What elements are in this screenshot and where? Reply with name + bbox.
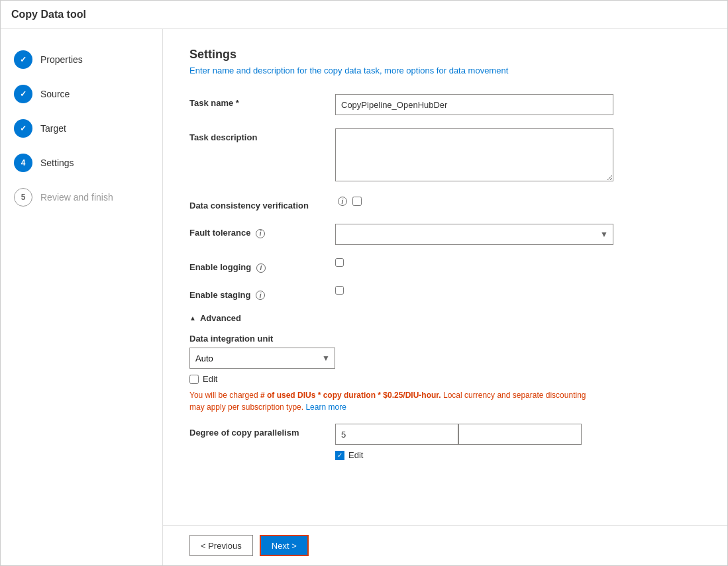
charge-notice-text: You will be charged — [189, 391, 260, 400]
data-consistency-control: i — [335, 197, 613, 206]
footer: < Previous Next > — [163, 525, 727, 565]
data-consistency-checkbox-row: i — [335, 197, 613, 206]
advanced-label: Advanced — [200, 313, 241, 323]
parallelism-inputs — [335, 424, 582, 445]
title-bar: Copy Data tool — [1, 1, 727, 29]
main-content: ✓ Properties ✓ Source ✓ Target — [1, 29, 727, 565]
diu-select-wrapper: Auto 2 4 8 16 32 ▼ — [189, 348, 335, 369]
task-description-input[interactable] — [335, 128, 613, 181]
fault-tolerance-select[interactable] — [335, 224, 613, 245]
parallelism-row: Degree of copy parallelism — [189, 424, 701, 445]
enable-logging-label: Enable logging i — [189, 258, 335, 273]
step-circle-settings: 4 — [14, 154, 32, 172]
checkmark-properties: ✓ — [20, 55, 26, 64]
fault-tolerance-label: Fault tolerance i — [189, 224, 335, 238]
sidebar-label-properties: Properties — [40, 54, 83, 65]
data-consistency-checkbox[interactable] — [352, 197, 362, 206]
sidebar-label-source: Source — [40, 89, 70, 99]
sidebar-item-source[interactable]: ✓ Source — [1, 77, 162, 111]
step-number-review: 5 — [21, 193, 26, 202]
advanced-section: ▲ Advanced Data integration unit Auto — [189, 313, 701, 460]
parallelism-input-value[interactable] — [335, 424, 458, 445]
task-name-input[interactable] — [335, 94, 613, 115]
app-title: Copy Data tool — [11, 9, 86, 20]
parallelism-edit-checkbox[interactable]: ✓ — [335, 451, 344, 460]
step-circle-source: ✓ — [14, 85, 32, 103]
sidebar-item-review[interactable]: 5 Review and finish — [1, 180, 162, 214]
enable-logging-control — [335, 258, 613, 269]
enable-staging-info-icon[interactable]: i — [256, 291, 265, 300]
sidebar-item-settings[interactable]: 4 Settings — [1, 146, 162, 180]
section-title: Settings — [189, 48, 701, 62]
data-consistency-label: Data consistency verification — [189, 197, 335, 211]
task-name-control — [335, 94, 613, 115]
enable-logging-info-icon[interactable]: i — [256, 263, 266, 273]
diu-edit-label: Edit — [203, 374, 217, 384]
parallelism-edit-label: Edit — [348, 450, 363, 460]
advanced-triangle-icon: ▲ — [189, 314, 196, 322]
charge-notice-bold: # of used DIUs * copy duration * $0.25/D… — [260, 391, 441, 400]
enable-staging-label: Enable staging i — [189, 286, 335, 301]
sidebar-item-properties[interactable]: ✓ Properties — [1, 42, 162, 77]
diu-edit-checkbox-row: Edit — [189, 374, 701, 384]
enable-logging-checkbox[interactable] — [335, 258, 344, 267]
fault-tolerance-control: ▼ — [335, 224, 613, 245]
checkmark-source: ✓ — [20, 89, 26, 99]
diu-edit-checkbox[interactable] — [189, 375, 199, 384]
diu-row: Data integration unit Auto 2 4 8 16 32 — [189, 334, 701, 369]
step-number-settings: 4 — [21, 158, 26, 167]
data-consistency-row: Data consistency verification i — [189, 197, 701, 211]
learn-more-link[interactable]: Learn more — [305, 402, 346, 412]
fault-tolerance-row: Fault tolerance i ▼ — [189, 224, 701, 245]
next-button[interactable]: Next > — [260, 535, 309, 556]
content-area: Settings Enter name and description for … — [163, 29, 727, 565]
next-button-label: Next > — [272, 541, 297, 551]
previous-button-label: < Previous — [201, 541, 242, 551]
diu-label: Data integration unit — [189, 334, 701, 344]
diu-select[interactable]: Auto 2 4 8 16 32 — [189, 348, 335, 369]
advanced-content: Data integration unit Auto 2 4 8 16 32 — [189, 334, 701, 460]
task-description-label: Task description — [189, 128, 335, 142]
enable-staging-control — [335, 286, 613, 297]
sidebar: ✓ Properties ✓ Source ✓ Target — [1, 29, 163, 565]
section-subtitle: Enter name and description for the copy … — [189, 66, 701, 75]
task-description-control — [335, 128, 613, 183]
previous-button[interactable]: < Previous — [189, 535, 253, 556]
enable-staging-row: Enable staging i — [189, 286, 701, 301]
enable-staging-checkbox[interactable] — [335, 286, 344, 295]
step-circle-target: ✓ — [14, 119, 32, 138]
task-description-row: Task description — [189, 128, 701, 183]
task-name-row: Task name * — [189, 94, 701, 115]
sidebar-item-target[interactable]: ✓ Target — [1, 111, 162, 146]
app-container: Copy Data tool ✓ Properties ✓ Source — [0, 0, 728, 566]
advanced-toggle[interactable]: ▲ Advanced — [189, 313, 701, 323]
sidebar-label-settings: Settings — [40, 158, 74, 168]
parallelism-input-extra[interactable] — [458, 424, 582, 445]
parallelism-edit-row: ✓ Edit — [335, 450, 701, 460]
enable-logging-row: Enable logging i — [189, 258, 701, 273]
sidebar-label-review: Review and finish — [40, 192, 113, 203]
sidebar-label-target: Target — [40, 123, 66, 134]
data-consistency-info-icon[interactable]: i — [338, 197, 347, 206]
content-scroll: Settings Enter name and description for … — [163, 29, 727, 525]
fault-tolerance-select-wrapper: ▼ — [335, 224, 613, 245]
fault-tolerance-info-icon[interactable]: i — [256, 229, 265, 238]
charge-notice: You will be charged # of used DIUs * cop… — [189, 389, 600, 413]
step-circle-properties: ✓ — [14, 50, 32, 69]
parallelism-label: Degree of copy parallelism — [189, 424, 335, 438]
checkmark-target: ✓ — [20, 124, 26, 133]
step-circle-review: 5 — [14, 188, 32, 207]
task-name-label: Task name * — [189, 94, 335, 108]
